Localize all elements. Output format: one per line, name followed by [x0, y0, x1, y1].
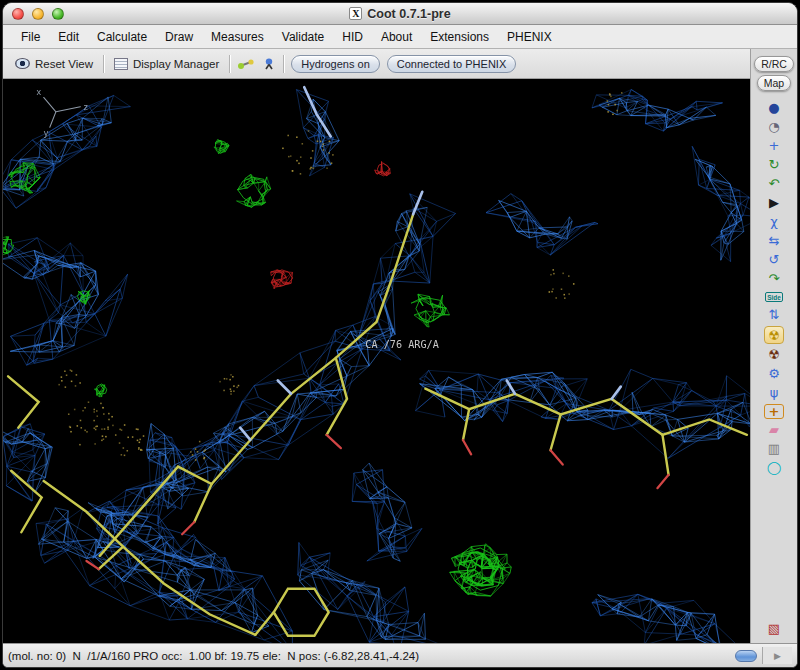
- minimize-button[interactable]: [32, 8, 44, 20]
- go-to-atom-icon[interactable]: [237, 58, 255, 70]
- reset-view-label: Reset View: [35, 58, 93, 70]
- reset-view-button[interactable]: Reset View: [12, 56, 96, 72]
- toolbar: Reset View Display Manager: [3, 49, 750, 79]
- torsion-general-icon[interactable]: ψ: [764, 385, 784, 401]
- menu-bar: File Edit Calculate Draw Measures Valida…: [3, 25, 797, 49]
- display-manager-icon: [114, 58, 128, 70]
- eye-icon: [15, 58, 30, 69]
- title-bar[interactable]: X Coot 0.7.1-pre: [3, 3, 797, 25]
- side-panel: R/RC Map ●◔+↻↶▶χ⇆↺↷Side⇅☢☢⚙ψ+▰▥◯▧: [750, 49, 797, 643]
- close-button[interactable]: [12, 8, 24, 20]
- jiggle-fit-icon[interactable]: ⇅: [764, 307, 784, 323]
- status-text: (mol. no: 0) N /1/A/160 PRO occ: 1.00 bf…: [8, 650, 730, 662]
- regularize-zone-icon[interactable]: ☢: [764, 347, 784, 363]
- recenter-view-icon[interactable]: ◔: [764, 119, 784, 135]
- display-issues-icon[interactable]: ▧: [764, 621, 784, 637]
- add-terminal-residue-icon[interactable]: ▶: [764, 195, 784, 211]
- coot-window: X Coot 0.7.1-pre File Edit Calculate Dra…: [2, 2, 798, 668]
- flip-peptide-icon[interactable]: ↷: [764, 271, 784, 287]
- rotate-peptide-icon[interactable]: ↺: [764, 252, 784, 268]
- menu-measures[interactable]: Measures: [203, 28, 272, 46]
- cis-trans-toggle-icon[interactable]: ⇆: [764, 233, 784, 249]
- menu-file[interactable]: File: [13, 28, 48, 46]
- content-area: Reset View Display Manager: [3, 49, 797, 643]
- menu-calculate[interactable]: Calculate: [89, 28, 155, 46]
- window-title: X Coot 0.7.1-pre: [349, 7, 450, 21]
- hydrogens-toggle-button[interactable]: Hydrogens on: [291, 55, 380, 73]
- menu-hid[interactable]: HID: [334, 28, 371, 46]
- display-manager-button[interactable]: Display Manager: [111, 56, 222, 72]
- status-scrollbar-thumb[interactable]: [735, 650, 757, 662]
- map-button[interactable]: Map: [757, 75, 791, 91]
- toolbar-separator: [103, 55, 104, 73]
- rrc-button[interactable]: R/RC: [754, 56, 794, 72]
- molecular-viewport[interactable]: [3, 79, 750, 643]
- menu-about[interactable]: About: [373, 28, 420, 46]
- side-chain-180-icon[interactable]: Side: [765, 292, 783, 302]
- eraser-icon[interactable]: ▰: [764, 422, 784, 438]
- go-to-blob-icon[interactable]: ◯: [764, 460, 784, 476]
- zoom-button[interactable]: [52, 8, 64, 20]
- play-icon: ▶: [774, 651, 781, 661]
- sphere-refine-icon[interactable]: ⚙: [764, 366, 784, 382]
- display-manager-label: Display Manager: [133, 58, 219, 70]
- main-column: Reset View Display Manager: [3, 49, 750, 643]
- gl-canvas[interactable]: [3, 79, 750, 643]
- real-space-refine-icon[interactable]: ☢: [764, 326, 784, 344]
- toolbar-separator: [283, 55, 284, 73]
- move-fragment-icon[interactable]: +: [764, 138, 784, 154]
- toolbar-separator: [229, 55, 230, 73]
- console-expander-button[interactable]: ▶: [762, 647, 792, 664]
- map-sphere-icon[interactable]: ●: [764, 100, 784, 116]
- rotate-translate-zone-icon[interactable]: ↻: [764, 157, 784, 173]
- x11-icon: X: [349, 7, 362, 20]
- delete-item-icon[interactable]: ▥: [764, 441, 784, 457]
- status-bar: (mol. no: 0) N /1/A/160 PRO occ: 1.00 bf…: [3, 643, 797, 667]
- window-controls: [12, 3, 64, 24]
- go-to-ligand-icon[interactable]: [262, 57, 276, 70]
- phenix-status-button[interactable]: Connected to PHENIX: [387, 55, 516, 73]
- menu-extensions[interactable]: Extensions: [422, 28, 497, 46]
- auto-fit-rotamer-icon[interactable]: ↶: [764, 176, 784, 192]
- menu-draw[interactable]: Draw: [157, 28, 201, 46]
- modelling-toolbar: ●◔+↻↶▶χ⇆↺↷Side⇅☢☢⚙ψ+▰▥◯▧: [764, 91, 784, 643]
- menu-validate[interactable]: Validate: [274, 28, 332, 46]
- add-atom-icon[interactable]: +: [764, 404, 784, 419]
- edit-chi-angles-icon[interactable]: χ: [764, 214, 784, 230]
- menu-phenix[interactable]: PHENIX: [499, 28, 560, 46]
- menu-edit[interactable]: Edit: [50, 28, 87, 46]
- window-title-text: Coot 0.7.1-pre: [367, 7, 450, 21]
